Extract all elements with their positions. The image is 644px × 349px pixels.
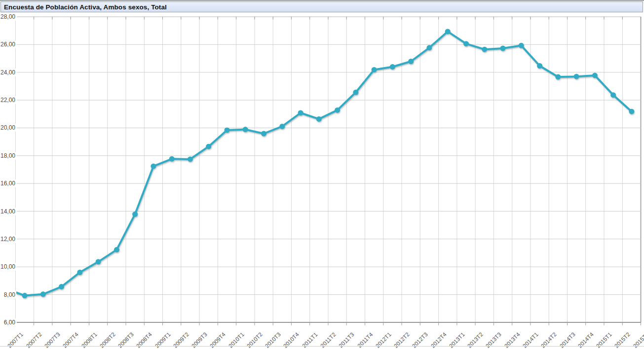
data-point-2009T1[interactable] bbox=[151, 164, 156, 169]
data-point-2008T2[interactable] bbox=[96, 259, 101, 265]
y-tick-label: 18,00 bbox=[0, 152, 16, 160]
data-point-2010T3[interactable] bbox=[261, 131, 266, 137]
data-point-2015T2[interactable] bbox=[610, 92, 616, 98]
footer-divider bbox=[0, 346, 644, 347]
y-tick-label: 22,00 bbox=[0, 96, 16, 104]
data-point-2007T2[interactable] bbox=[22, 293, 28, 298]
chart-canvas bbox=[0, 0, 644, 349]
data-point-2008T3[interactable] bbox=[114, 247, 119, 252]
data-point-2013T2[interactable] bbox=[463, 41, 469, 46]
data-point-2012T1[interactable] bbox=[372, 67, 377, 72]
data-point-2007T3[interactable] bbox=[40, 291, 46, 297]
y-tick-label: 16,00 bbox=[0, 179, 16, 187]
data-point-2010T1[interactable] bbox=[225, 128, 230, 133]
data-point-2014T2[interactable] bbox=[537, 63, 542, 69]
data-point-2011T3[interactable] bbox=[335, 107, 340, 113]
data-point-2015T3[interactable] bbox=[629, 109, 634, 114]
data-point-2013T3[interactable] bbox=[482, 47, 487, 52]
data-point-2009T2[interactable] bbox=[169, 156, 175, 162]
data-point-2008T1[interactable] bbox=[77, 270, 82, 275]
data-point-2013T1[interactable] bbox=[445, 29, 451, 34]
data-point-2011T4[interactable] bbox=[353, 90, 358, 95]
y-tick-label: 14,00 bbox=[0, 208, 16, 215]
y-tick-label: 28,00 bbox=[0, 13, 16, 21]
y-tick-label: 20,00 bbox=[0, 124, 16, 132]
data-point-2007T4[interactable] bbox=[59, 284, 64, 289]
data-point-2013T4[interactable] bbox=[500, 46, 506, 51]
y-tick-label: 12,00 bbox=[0, 235, 16, 243]
data-point-2014T4[interactable] bbox=[574, 74, 579, 79]
data-point-2014T1[interactable] bbox=[519, 43, 524, 48]
data-point-2009T3[interactable] bbox=[188, 156, 193, 162]
data-point-2012T2[interactable] bbox=[390, 64, 395, 70]
data-point-2014T3[interactable] bbox=[555, 74, 561, 80]
chart-title: Encuesta de Población Activa, Ambos sexo… bbox=[4, 3, 167, 11]
y-tick-label: 24,00 bbox=[0, 69, 16, 76]
data-point-2011T1[interactable] bbox=[298, 110, 303, 116]
series-line-total[interactable] bbox=[6, 32, 632, 296]
data-point-2015T1[interactable] bbox=[592, 72, 598, 78]
epa-line-chart: 28,0026,0024,0022,0020,0018,0016,0014,00… bbox=[0, 0, 644, 349]
chart-title-bar: Encuesta de Población Activa, Ambos sexo… bbox=[0, 1, 643, 12]
data-point-2011T2[interactable] bbox=[316, 116, 322, 122]
data-point-2010T2[interactable] bbox=[243, 127, 248, 132]
chart-window: 28,0026,0024,0022,0020,0018,0016,0014,00… bbox=[0, 0, 644, 349]
data-point-2010T4[interactable] bbox=[279, 124, 285, 129]
y-tick-label: 26,00 bbox=[0, 40, 16, 48]
y-tick-label: 8,00 bbox=[0, 291, 16, 299]
y-tick-label: 10,00 bbox=[0, 263, 16, 271]
data-point-2012T3[interactable] bbox=[408, 59, 414, 64]
data-point-2009T4[interactable] bbox=[206, 144, 211, 149]
y-tick-label: 6,00 bbox=[0, 318, 16, 326]
data-point-2012T4[interactable] bbox=[426, 45, 432, 50]
data-point-2008T4[interactable] bbox=[132, 211, 138, 217]
